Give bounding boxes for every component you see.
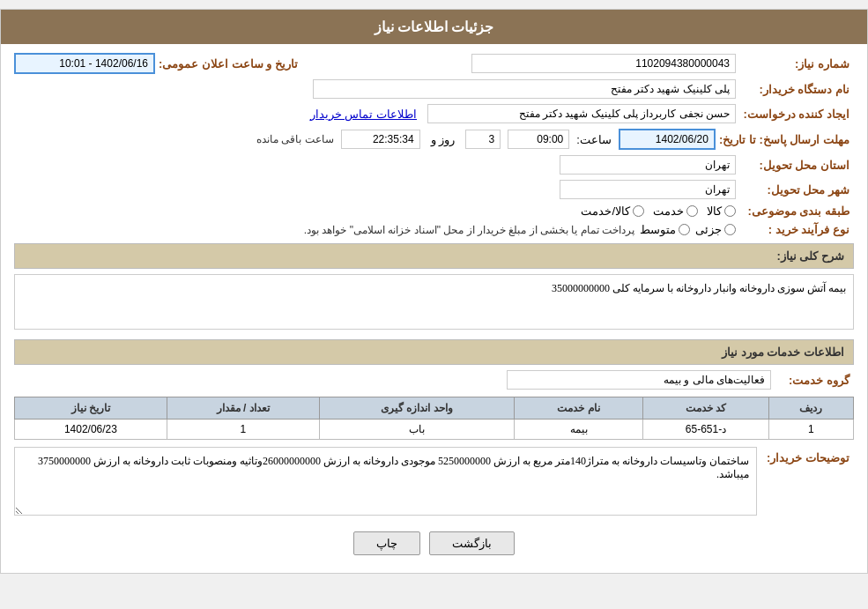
- contact-link[interactable]: اطلاعات تماس خریدار: [310, 108, 417, 121]
- category-label: طبقه بندی موضوعی:: [739, 204, 854, 218]
- time-remaining-label: ساعت باقی مانده: [256, 133, 334, 145]
- service-group-label: گروه خدمت:: [775, 374, 854, 387]
- purchase-medium-radio[interactable]: [679, 224, 690, 235]
- time-remaining-input: [341, 130, 420, 149]
- print-button[interactable]: چاپ: [353, 531, 420, 555]
- button-row: بازگشت چاپ: [14, 531, 854, 555]
- category-goods-label: کالا: [707, 204, 722, 218]
- category-service-item: خدمت: [653, 204, 698, 218]
- deadline-time-input: [508, 130, 569, 149]
- time-label: ساعت:: [576, 133, 612, 146]
- purchase-full-desc: پرداخت تمام یا بخشی از مبلغ خریدار از مح…: [304, 224, 634, 236]
- category-goods-item: کالا: [707, 204, 736, 218]
- purchase-medium-label: متوسط: [640, 223, 676, 236]
- category-service-label: خدمت: [653, 204, 684, 218]
- day-value-input: [465, 130, 501, 149]
- col-name: نام خدمت: [514, 397, 643, 420]
- purchase-medium-item: متوسط: [640, 223, 690, 236]
- col-code: کد خدمت: [643, 397, 768, 420]
- purchase-type-label: نوع فرآیند خرید :: [739, 223, 854, 236]
- purchase-type-radio-group: جزئی متوسط پرداخت تمام یا بخشی از مبلغ خ…: [14, 223, 736, 236]
- province-input: [560, 155, 736, 175]
- services-table-section: ردیف کد خدمت نام خدمت واحد اندازه گیری ت…: [14, 397, 854, 440]
- need-number-input: [471, 54, 736, 73]
- buyer-notes-box: [14, 447, 757, 518]
- buyer-org-input: [313, 79, 736, 99]
- table-row: 1د-651-65بیمهباب11402/06/23: [15, 420, 854, 440]
- province-label: استان محل تحویل:: [739, 159, 854, 172]
- response-deadline-label: مهلت ارسال پاسخ: تا تاریخ:: [719, 133, 854, 146]
- buyer-notes-label: توضیحات خریدار:: [766, 447, 854, 464]
- category-goods-service-radio[interactable]: [633, 205, 644, 217]
- city-input: [560, 180, 736, 199]
- back-button[interactable]: بازگشت: [429, 531, 515, 555]
- announce-label: تاریخ و ساعت اعلان عمومی:: [159, 57, 302, 71]
- purchase-partial-item: جزئی: [695, 223, 736, 236]
- col-date: تاریخ نیاز: [15, 397, 167, 420]
- need-summary-section-header: شرح کلی نیاز:: [14, 243, 854, 269]
- page-title: جزئیات اطلاعات نیاز: [1, 10, 867, 44]
- category-service-radio[interactable]: [686, 205, 698, 217]
- services-table: ردیف کد خدمت نام خدمت واحد اندازه گیری ت…: [14, 397, 854, 440]
- need-summary-box: [14, 274, 854, 332]
- category-goods-service-item: کالا/خدمت: [581, 204, 644, 218]
- announce-input: [14, 53, 155, 74]
- service-group-input: [507, 370, 771, 390]
- need-summary-textarea[interactable]: [14, 274, 854, 330]
- creator-input: [427, 104, 736, 123]
- purchase-partial-label: جزئی: [695, 223, 722, 236]
- creator-label: ایجاد کننده درخواست:: [739, 108, 854, 121]
- category-radio-group: کالا خدمت کالا/خدمت: [581, 204, 736, 218]
- category-goods-radio[interactable]: [724, 205, 736, 217]
- col-row: ردیف: [768, 397, 853, 420]
- deadline-date-input: [619, 129, 716, 150]
- col-qty: تعداد / مقدار: [167, 397, 319, 420]
- category-goods-service-label: کالا/خدمت: [581, 204, 630, 218]
- buyer-org-label: نام دستگاه خریدار:: [739, 83, 854, 96]
- purchase-partial-radio[interactable]: [724, 224, 736, 235]
- services-section-header: اطلاعات خدمات مورد نیاز: [14, 339, 854, 365]
- city-label: شهر محل تحویل:: [739, 183, 854, 197]
- col-unit: واحد اندازه گیری: [319, 397, 514, 420]
- day-label: روز و: [431, 133, 456, 146]
- buyer-notes-textarea[interactable]: [14, 447, 757, 516]
- need-number-label: شماره نیاز:: [739, 57, 854, 71]
